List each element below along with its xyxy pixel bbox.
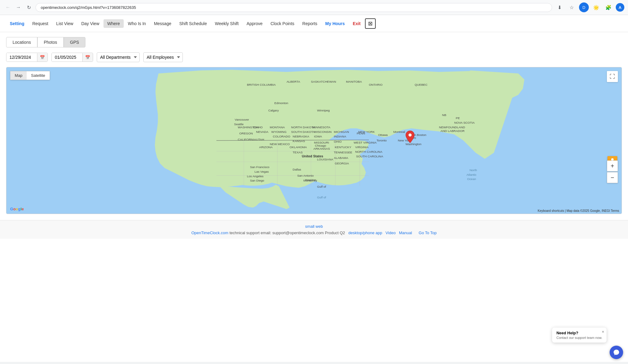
nav-setting[interactable]: Setting <box>6 19 28 28</box>
nav-day-view[interactable]: Day View <box>77 19 103 28</box>
footer-brand-link[interactable]: OpenTimeClock.com <box>191 231 228 235</box>
extensions-icon[interactable]: 🧩 <box>604 2 613 12</box>
svg-text:Calgary: Calgary <box>268 109 279 112</box>
svg-text:ALABAMA: ALABAMA <box>334 156 348 159</box>
tab-photos[interactable]: Photos <box>37 37 64 47</box>
google-logo: Google <box>10 207 24 211</box>
svg-text:Washington: Washington <box>405 142 421 146</box>
svg-text:Gulf of: Gulf of <box>317 185 326 188</box>
bookmark-icon[interactable]: ☆ <box>567 2 577 12</box>
svg-text:VIRGINIA: VIRGINIA <box>355 145 369 149</box>
nav-exit-box[interactable]: ⊠ <box>365 18 376 29</box>
tab-locations[interactable]: Locations <box>6 37 37 47</box>
svg-text:WEST VIRGINIA: WEST VIRGINIA <box>354 141 377 144</box>
svg-text:INDIANA: INDIANA <box>334 135 346 138</box>
footer-small-web[interactable]: small web <box>4 224 624 229</box>
svg-text:MICHIGAN: MICHIGAN <box>334 130 349 133</box>
nav-request[interactable]: Request <box>28 19 52 28</box>
map-type-map[interactable]: Map <box>10 71 27 80</box>
end-date-wrap: 📅 <box>51 53 93 62</box>
svg-text:NEBRASKA: NEBRASKA <box>293 135 309 138</box>
svg-text:North: North <box>469 168 477 172</box>
help-widget: Need Help? Contact our support team now.… <box>552 328 607 343</box>
help-close-button[interactable]: × <box>602 329 604 334</box>
employee-select[interactable]: All Employees <box>143 52 183 62</box>
chat-button[interactable] <box>610 346 623 359</box>
start-date-wrap: 📅 <box>6 53 48 62</box>
svg-text:Seattle: Seattle <box>234 122 244 126</box>
fullscreen-button[interactable]: ⛶ <box>607 71 618 82</box>
map-background[interactable]: BRITISH COLUMBIA ALBERTA SASKATCHEWAN MA… <box>6 67 622 214</box>
svg-text:IOWA: IOWA <box>314 135 322 138</box>
map-type-toggle: Map Satellite <box>10 71 50 80</box>
svg-text:ARKANSAS: ARKANSAS <box>314 147 330 150</box>
department-select[interactable]: All Departments <box>97 52 140 62</box>
footer-video-link[interactable]: Video <box>385 231 396 235</box>
svg-text:ARIZONA: ARIZONA <box>259 145 273 149</box>
map-type-satellite[interactable]: Satellite <box>27 71 49 80</box>
start-date-input[interactable] <box>6 53 37 62</box>
svg-text:MONTANA: MONTANA <box>270 126 285 129</box>
start-date-calendar-icon[interactable]: 📅 <box>37 53 47 62</box>
forward-button[interactable]: → <box>14 3 23 12</box>
svg-text:San Francisco: San Francisco <box>250 165 269 169</box>
help-content: Need Help? Contact our support team now. <box>556 331 602 340</box>
footer-go-to-top-link[interactable]: Go To Top <box>419 231 437 235</box>
svg-text:TEXAS: TEXAS <box>293 151 303 154</box>
zoom-out-button[interactable]: − <box>607 172 618 183</box>
nav-clock-points[interactable]: Clock Points <box>267 19 298 28</box>
back-button[interactable]: ← <box>4 3 12 12</box>
browser-icons: ⬇ ☆ D 🌟 🧩 A <box>555 2 624 12</box>
app-container: Setting Request List View Day View Where… <box>0 15 628 362</box>
nav-list-view[interactable]: List View <box>53 19 77 28</box>
svg-text:NORTH DAKOTA: NORTH DAKOTA <box>291 126 315 129</box>
nav-exit[interactable]: Exit <box>349 19 364 28</box>
extension-icon-star[interactable]: 🌟 <box>591 2 601 12</box>
refresh-button[interactable]: ↻ <box>24 3 33 12</box>
top-nav: Setting Request List View Day View Where… <box>0 15 628 32</box>
nav-approve[interactable]: Approve <box>243 19 266 28</box>
svg-text:NEW YORK: NEW YORK <box>358 130 375 133</box>
nav-where[interactable]: Where <box>103 19 123 28</box>
svg-text:SOUTH DAKOTA: SOUTH DAKOTA <box>291 130 315 133</box>
svg-text:CALIFORNIA: CALIFORNIA <box>238 138 256 141</box>
map-section: BRITISH COLUMBIA ALBERTA SASKATCHEWAN MA… <box>6 67 622 214</box>
browser-chrome: ← → ↻ opentimeclock.com/q2/mGps.html?v=1… <box>0 0 628 15</box>
nav-who-is-in[interactable]: Who Is In <box>124 19 150 28</box>
nav-message[interactable]: Message <box>150 19 175 28</box>
nav-my-hours[interactable]: My Hours <box>322 19 348 28</box>
svg-text:NEW MEXICO: NEW MEXICO <box>270 142 290 146</box>
nav-shift-schedule[interactable]: Shift Schedule <box>175 19 210 28</box>
svg-text:Winnipeg: Winnipeg <box>317 109 329 112</box>
svg-text:Las Vegas: Las Vegas <box>254 170 269 173</box>
address-bar[interactable]: opentimeclock.com/q2/mGps.html?v=1736087… <box>36 3 552 12</box>
nav-weekly-shift[interactable]: Weekly Shift <box>211 19 243 28</box>
svg-text:San Antonio: San Antonio <box>297 174 314 177</box>
footer-main-text: OpenTimeClock.com technical support emai… <box>4 231 624 235</box>
download-icon[interactable]: ⬇ <box>555 2 564 12</box>
svg-text:SOUTH CAROLINA: SOUTH CAROLINA <box>356 155 383 158</box>
end-date-calendar-icon[interactable]: 📅 <box>82 53 93 62</box>
map-attribution: Keyboard shortcuts | Map data ©2025 Goog… <box>538 209 619 212</box>
svg-text:GEORGIA: GEORGIA <box>335 162 349 165</box>
svg-text:OKLAHOMA: OKLAHOMA <box>290 145 307 149</box>
svg-text:PE: PE <box>456 116 460 120</box>
svg-text:MINNESOTA: MINNESOTA <box>313 126 331 129</box>
svg-text:COLORADO: COLORADO <box>273 135 290 138</box>
map-svg: BRITISH COLUMBIA ALBERTA SASKATCHEWAN MA… <box>6 67 622 214</box>
zoom-in-button[interactable]: + <box>607 160 618 171</box>
footer: small web OpenTimeClock.com technical su… <box>0 220 628 239</box>
end-date-input[interactable] <box>52 53 82 62</box>
svg-text:ONTARIO: ONTARIO <box>369 83 383 86</box>
svg-text:TENNESSEE: TENNESSEE <box>334 151 352 154</box>
footer-manual-link[interactable]: Manual <box>399 231 412 235</box>
svg-text:Vancouver: Vancouver <box>235 118 249 121</box>
nav-reports[interactable]: Reports <box>299 19 321 28</box>
svg-text:AND LABRADOR: AND LABRADOR <box>441 129 464 133</box>
footer-desktop-link[interactable]: desktop/phone app <box>348 231 382 235</box>
profile-avatar[interactable]: A <box>616 3 624 12</box>
extension-icon-d[interactable]: D <box>579 2 589 12</box>
svg-text:QUEBEC: QUEBEC <box>415 83 427 86</box>
help-subtitle: Contact our support team now. <box>556 336 602 340</box>
tab-gps[interactable]: GPS <box>64 37 86 47</box>
